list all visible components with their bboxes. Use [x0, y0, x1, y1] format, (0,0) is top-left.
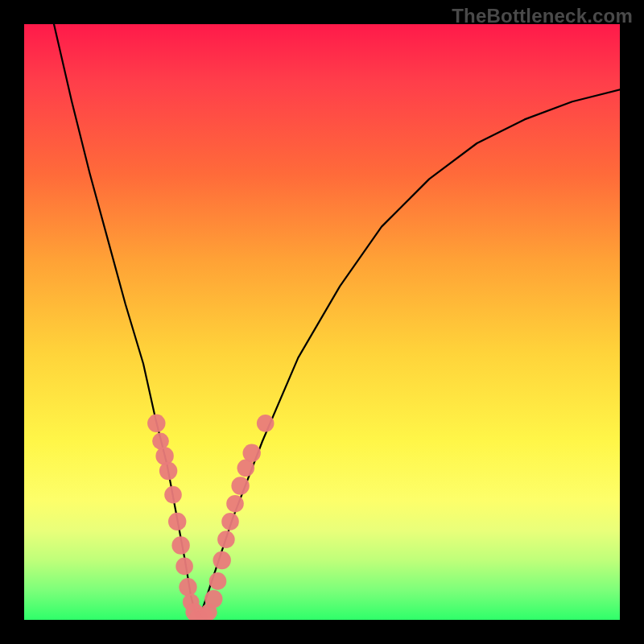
svg-point-0: [147, 415, 165, 432]
bottleneck-curve: [54, 24, 620, 620]
svg-point-4: [164, 486, 182, 504]
svg-point-16: [213, 551, 231, 569]
svg-point-7: [175, 558, 193, 576]
chart-svg: [24, 24, 620, 620]
svg-point-3: [159, 462, 177, 480]
plot-area: [24, 24, 620, 620]
svg-point-18: [221, 513, 239, 530]
highlight-markers: [147, 415, 274, 620]
svg-point-23: [257, 415, 275, 432]
svg-point-1: [152, 433, 169, 450]
svg-point-5: [168, 513, 186, 530]
svg-point-15: [209, 572, 227, 590]
svg-point-14: [204, 590, 222, 608]
svg-point-8: [179, 578, 196, 596]
chart-frame: TheBottleneck.com: [0, 0, 644, 644]
watermark-text: TheBottleneck.com: [452, 5, 633, 27]
svg-point-19: [226, 495, 244, 513]
svg-point-17: [217, 530, 235, 548]
svg-point-6: [171, 536, 189, 554]
svg-point-22: [243, 444, 261, 462]
svg-point-20: [231, 477, 249, 494]
